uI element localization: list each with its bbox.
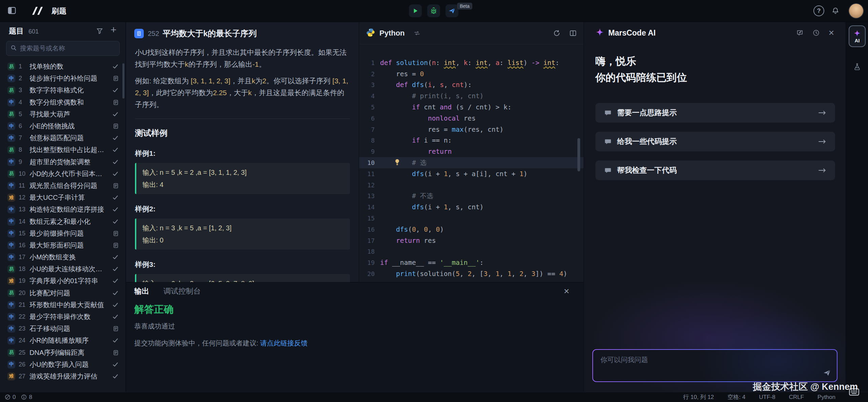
code-line[interactable]: 18 — [359, 246, 584, 257]
code-line[interactable]: 5 if cnt and (s / cnt) > k: — [359, 102, 584, 113]
history-icon[interactable] — [812, 29, 820, 37]
problem-list-item[interactable]: 易8找出整型数组中占比超过... — [0, 144, 125, 156]
notebook-icon — [113, 100, 119, 105]
problem-list-item[interactable]: 易20比赛配对问题 — [0, 287, 125, 299]
code-line[interactable]: 11 dfs(i + 1, s + a[i], cnt + 1) — [359, 168, 584, 179]
problem-list-item[interactable]: 难19字典序最小的01字符串 — [0, 275, 125, 287]
new-chat-icon[interactable] — [796, 29, 804, 37]
problem-list-item[interactable]: 中22最少字符串操作次数 — [0, 311, 125, 323]
submit-button[interactable] — [446, 4, 458, 17]
difficulty-badge: 中 — [7, 337, 15, 344]
problem-list-item[interactable]: 中16最大矩形面积问题 — [0, 239, 125, 251]
code-line[interactable]: 2 res = 0 — [359, 68, 584, 80]
problem-list-item[interactable]: 易1找单独的数 — [0, 61, 125, 72]
text-token: if — [412, 103, 420, 111]
problem-list-item[interactable]: 易25DNA序列编辑距离 — [0, 347, 125, 359]
problem-list-item[interactable]: 难12最大UCC子串计算 — [0, 192, 125, 204]
help-icon[interactable]: ? — [813, 5, 824, 16]
code-line[interactable]: 14 dfs(i + 1, s, cnt) — [359, 202, 584, 213]
indent-setting[interactable]: 空格: 4 — [728, 393, 746, 401]
code-line[interactable]: 6 nonlocal res — [359, 113, 584, 124]
code-line[interactable]: 13 # 不选 — [359, 191, 584, 202]
problem-list-item[interactable]: 中4数字分组求偶数和 — [0, 97, 125, 108]
problem-list-item[interactable]: 中23石子移动问题 — [0, 323, 125, 335]
code-line[interactable]: 17 return res — [359, 235, 584, 246]
encoding[interactable]: UTF-8 — [759, 394, 775, 401]
switch-language-icon[interactable] — [414, 31, 420, 36]
problem-list-item[interactable]: 中6小E的怪物挑战 — [0, 120, 125, 132]
code-line[interactable]: 7 res = max(res, cnt) — [359, 124, 584, 135]
code-line[interactable]: 19if __name__ == '__main__': — [359, 257, 584, 268]
sidebar-toggle-icon[interactable] — [7, 6, 16, 16]
code-line[interactable]: 20 print(solution(5, 2, [3, 1, 1, 2, 3])… — [359, 268, 584, 279]
language-label[interactable]: Python — [379, 29, 405, 38]
add-problem-icon[interactable]: + — [111, 24, 117, 36]
code-line[interactable]: 15 — [359, 213, 584, 224]
line-ending[interactable]: CRLF — [789, 394, 804, 401]
ai-toolbar-button[interactable]: AI — [849, 25, 866, 47]
code-line[interactable]: 3 def dfs(i, s, cnt): — [359, 80, 584, 91]
code-line[interactable]: 8 if i == n: — [359, 135, 584, 146]
problem-list-item[interactable]: 中15最少前缀操作问题 — [0, 228, 125, 239]
language-mode[interactable]: Python — [817, 394, 835, 401]
problem-number: 14 — [19, 218, 29, 225]
text-token: ( — [408, 226, 412, 233]
suggestion-card[interactable]: 给我一些代码提示 — [595, 132, 835, 151]
search-box[interactable] — [6, 41, 120, 56]
code-line[interactable]: 1def solution(n: int, k: int, a: list) -… — [359, 57, 584, 68]
keyboard-icon[interactable] — [849, 388, 859, 398]
text-token: 1 — [444, 203, 448, 211]
problem-list-item[interactable]: 中2徒步旅行中的补给问题 — [0, 72, 125, 84]
feedback-link[interactable]: 请点此链接反馈 — [260, 339, 308, 347]
text-token: : — [555, 59, 559, 67]
ai-question-input[interactable] — [593, 350, 837, 381]
app-logo-icon[interactable] — [30, 6, 45, 17]
notifications-bell-icon[interactable] — [831, 7, 840, 16]
problem-list-item[interactable]: 中26小U的数字插入问题 — [0, 359, 125, 371]
problem-list-item[interactable]: 中11观光景点组合得分问题 — [0, 180, 125, 192]
close-ai-panel-icon[interactable]: × — [829, 28, 834, 38]
run-button[interactable] — [409, 4, 422, 17]
reset-code-icon[interactable] — [553, 29, 560, 37]
problem-list-item[interactable]: 中24小R的随机播放顺序 — [0, 335, 125, 346]
problem-list-item[interactable]: 中14数组元素之和最小化 — [0, 215, 125, 227]
problem-list-item[interactable]: 中9超市里的货物架调整 — [0, 156, 125, 168]
cursor-position[interactable]: 行 10, 列 12 — [683, 393, 714, 401]
problem-list-item[interactable]: 中7创意标题匹配问题 — [0, 132, 125, 144]
problem-list-item[interactable]: 难27游戏英雄升级潜力评估 — [0, 371, 125, 382]
problem-list-item[interactable]: 易10小D的永久代币卡回本计划 — [0, 168, 125, 180]
suggestion-card[interactable]: 需要一点思路提示 — [595, 103, 835, 123]
code-line[interactable]: 4 # print(i, s, cnt) — [359, 90, 584, 102]
text-token: if — [380, 259, 388, 267]
problem-list-item[interactable]: 中13构造特定数组的逆序拼接 — [0, 204, 125, 215]
problem-body[interactable]: 小U找到这样的子序列，并且求出其中最长的子序列长度。如果无法找到平均数大于k的子… — [126, 45, 359, 282]
info-indicator[interactable]: 8 — [21, 394, 32, 401]
send-icon[interactable] — [823, 368, 831, 377]
problem-list-item[interactable]: 中21环形数组中的最大贡献值 — [0, 299, 125, 311]
text-token: __name__ == — [388, 259, 440, 267]
tab-debug-console[interactable]: 调试控制台 — [163, 286, 201, 296]
user-avatar[interactable] — [849, 4, 863, 18]
search-input[interactable] — [20, 45, 115, 52]
problem-list-item[interactable]: 易18小U的最大连续移动次数... — [0, 263, 125, 275]
debug-button[interactable] — [427, 4, 440, 17]
suggestion-card[interactable]: 帮我检查一下代码 — [595, 161, 835, 180]
filter-icon[interactable] — [96, 27, 103, 36]
editor-lines[interactable]: 1def solution(n: int, k: int, a: list) -… — [359, 44, 584, 282]
code-line[interactable]: 9 return — [359, 146, 584, 157]
sidebar-scrollbar[interactable] — [122, 63, 124, 99]
error-indicator[interactable]: 0 — [5, 394, 16, 401]
problem-list-item[interactable]: 易3数字字符串格式化 — [0, 84, 125, 96]
editor-scrollbar[interactable] — [577, 138, 580, 171]
problem-list-item[interactable]: 易5寻找最大葫芦 — [0, 108, 125, 120]
text-token: if — [412, 136, 420, 144]
code-line[interactable]: 10 # 选 — [359, 157, 584, 168]
flask-icon[interactable] — [846, 63, 868, 71]
split-editor-icon[interactable] — [569, 29, 577, 37]
problem-list-item[interactable]: 中17小M的数组变换 — [0, 251, 125, 263]
lightbulb-icon[interactable] — [394, 158, 401, 167]
close-output-icon[interactable]: × — [564, 287, 569, 296]
code-line[interactable]: 16 dfs(0, 0, 0) — [359, 224, 584, 235]
code-line[interactable]: 12 — [359, 179, 584, 191]
tab-output[interactable]: 输出 — [134, 286, 149, 296]
